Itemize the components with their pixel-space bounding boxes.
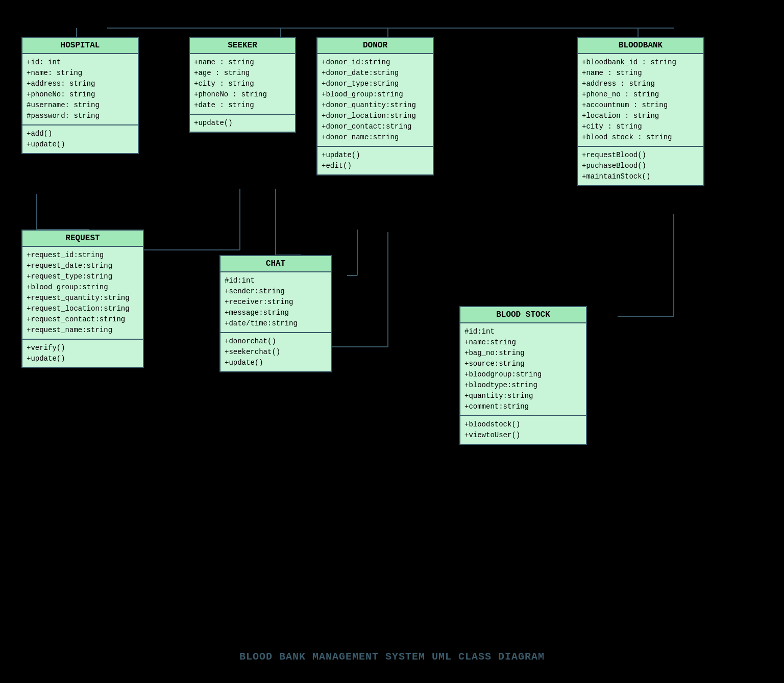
donor-attr-1: +donor_id:string xyxy=(322,57,429,68)
request-attr-2: +request_date:string xyxy=(27,261,139,271)
donor-attr-4: +blood_group:string xyxy=(322,89,429,100)
bloodstock-class: BLOOD STOCK #id:int +name:string +bag_no… xyxy=(459,306,587,445)
donor-method-2: +edit() xyxy=(322,161,429,171)
request-attributes: +request_id:string +request_date:string … xyxy=(22,247,143,340)
seeker-attributes: +name : string +age : string +city : str… xyxy=(190,54,295,115)
bloodstock-attr-1: #id:int xyxy=(464,326,582,337)
chat-methods: +donorchat() +seekerchat() +update() xyxy=(220,333,331,371)
bloodbank-attr-4: +phone_no : string xyxy=(582,89,699,100)
bloodbank-attr-7: +city : string xyxy=(582,121,699,132)
bloodstock-method-2: +viewtoUser() xyxy=(464,430,582,441)
seeker-attr-1: +name : string xyxy=(194,57,291,68)
bloodbank-class: BLOODBANK +bloodbank_id : string +name :… xyxy=(577,37,704,186)
hospital-attr-6: #password: string xyxy=(27,111,134,121)
donor-attr-8: +donor_name:string xyxy=(322,132,429,143)
bloodbank-header: BLOODBANK xyxy=(578,38,703,54)
donor-attr-6: +donor_location:string xyxy=(322,111,429,121)
request-class: REQUEST +request_id:string +request_date… xyxy=(21,230,144,368)
bloodbank-attr-5: +accountnum : string xyxy=(582,100,699,111)
bloodbank-methods: +requestBlood() +puchaseBlood() +maintai… xyxy=(578,147,703,185)
hospital-methods: +add() +update() xyxy=(22,125,138,153)
bloodstock-attr-7: +quantity:string xyxy=(464,391,582,401)
seeker-attr-4: +phoneNo : string xyxy=(194,89,291,100)
hospital-attr-2: +name: string xyxy=(27,68,134,79)
bloodstock-methods: +bloodstock() +viewtoUser() xyxy=(460,416,586,444)
bloodstock-attr-6: +bloodtype:string xyxy=(464,380,582,391)
donor-header: DONOR xyxy=(317,38,433,54)
donor-attr-3: +donor_type:string xyxy=(322,79,429,89)
bloodbank-attr-1: +bloodbank_id : string xyxy=(582,57,699,68)
request-attr-4: +blood_group:string xyxy=(27,282,139,293)
bloodstock-attr-2: +name:string xyxy=(464,337,582,348)
bloodstock-header: BLOOD STOCK xyxy=(460,307,586,323)
chat-method-3: +update() xyxy=(225,358,327,368)
donor-method-1: +update() xyxy=(322,150,429,161)
seeker-attr-5: +date : string xyxy=(194,100,291,111)
seeker-attr-3: +city : string xyxy=(194,79,291,89)
hospital-attr-4: +phoneNo: string xyxy=(27,89,134,100)
hospital-header: HOSPITAL xyxy=(22,38,138,54)
bloodbank-method-2: +puchaseBlood() xyxy=(582,161,699,171)
hospital-method-2: +update() xyxy=(27,139,134,150)
hospital-attr-1: +id: int xyxy=(27,57,134,68)
chat-attr-3: +receiver:string xyxy=(225,297,327,308)
request-attr-3: +request_type:string xyxy=(27,271,139,282)
chat-attributes: #id:int +sender:string +receiver:string … xyxy=(220,272,331,333)
chat-attr-1: #id:int xyxy=(225,275,327,286)
bloodstock-attr-5: +bloodgroup:string xyxy=(464,369,582,380)
request-methods: +verify() +update() xyxy=(22,340,143,367)
request-method-1: +verify() xyxy=(27,343,139,353)
diagram-title: BLOOD BANK MANAGEMENT SYSTEM UML CLASS D… xyxy=(239,651,545,663)
bloodstock-method-1: +bloodstock() xyxy=(464,419,582,430)
donor-attr-2: +donor_date:string xyxy=(322,68,429,79)
hospital-attr-3: +address: string xyxy=(27,79,134,89)
chat-attr-2: +sender:string xyxy=(225,286,327,297)
diagram-container: HOSPITAL +id: int +name: string +address… xyxy=(0,0,784,683)
chat-method-2: +seekerchat() xyxy=(225,347,327,358)
request-attr-8: +request_name:string xyxy=(27,325,139,336)
hospital-class: HOSPITAL +id: int +name: string +address… xyxy=(21,37,139,154)
seeker-header: SEEKER xyxy=(190,38,295,54)
bloodstock-attr-3: +bag_no:string xyxy=(464,348,582,359)
chat-attr-5: +date/time:string xyxy=(225,318,327,329)
seeker-method-1: +update() xyxy=(194,118,291,129)
bloodbank-attr-3: +address : string xyxy=(582,79,699,89)
bloodstock-attr-4: +source:string xyxy=(464,359,582,369)
chat-method-1: +donorchat() xyxy=(225,336,327,347)
seeker-methods: +update() xyxy=(190,115,295,132)
chat-class: CHAT #id:int +sender:string +receiver:st… xyxy=(219,255,332,372)
request-method-2: +update() xyxy=(27,353,139,364)
chat-attr-4: +message:string xyxy=(225,308,327,318)
hospital-method-1: +add() xyxy=(27,129,134,139)
bloodstock-attr-8: +comment:string xyxy=(464,401,582,412)
request-attr-5: +request_quantity:string xyxy=(27,293,139,303)
donor-methods: +update() +edit() xyxy=(317,147,433,174)
bloodbank-attr-2: +name : string xyxy=(582,68,699,79)
hospital-attributes: +id: int +name: string +address: string … xyxy=(22,54,138,125)
seeker-attr-2: +age : string xyxy=(194,68,291,79)
request-attr-1: +request_id:string xyxy=(27,250,139,261)
bloodbank-attr-8: +blood_stock : string xyxy=(582,132,699,143)
donor-class: DONOR +donor_id:string +donor_date:strin… xyxy=(316,37,434,175)
request-header: REQUEST xyxy=(22,231,143,247)
bloodbank-method-1: +requestBlood() xyxy=(582,150,699,161)
bloodbank-attributes: +bloodbank_id : string +name : string +a… xyxy=(578,54,703,147)
seeker-class: SEEKER +name : string +age : string +cit… xyxy=(189,37,296,133)
request-attr-6: +request_location:string xyxy=(27,303,139,314)
bloodstock-attributes: #id:int +name:string +bag_no:string +sou… xyxy=(460,323,586,416)
donor-attr-7: +donor_contact:string xyxy=(322,121,429,132)
donor-attributes: +donor_id:string +donor_date:string +don… xyxy=(317,54,433,147)
bloodbank-attr-6: +location : string xyxy=(582,111,699,121)
chat-header: CHAT xyxy=(220,256,331,272)
hospital-attr-5: #username: string xyxy=(27,100,134,111)
donor-attr-5: +donor_quantity:string xyxy=(322,100,429,111)
request-attr-7: +request_contact:string xyxy=(27,314,139,325)
bloodbank-method-3: +maintainStock() xyxy=(582,171,699,182)
